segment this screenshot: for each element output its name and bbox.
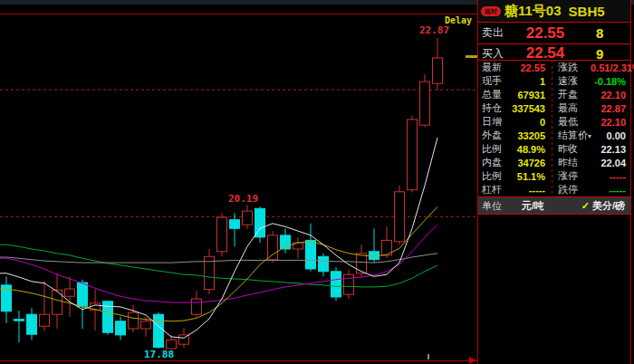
stat-value: 337543	[505, 103, 549, 114]
quote-panel: 延时 糖11号03 SBH5 卖出 22.55 8 买入 22.54 9 最新 …	[477, 0, 631, 364]
stat-label: 昨收	[554, 142, 591, 156]
stat-label: 跌停	[554, 183, 591, 196]
stat-label: 杠杆	[478, 183, 505, 196]
stat-label: 持仓	[478, 101, 505, 115]
chart-border-top	[0, 14, 479, 14]
stat-value: 33205	[505, 130, 549, 141]
highest-price-label: 22.87	[419, 25, 449, 35]
candlestick-svg	[0, 0, 479, 364]
contract-code: SBH5	[569, 4, 605, 19]
stat-row: 内盘 34726 昨结 22.04	[478, 156, 630, 169]
stat-row: 日增 0 最低 22.10	[478, 115, 630, 129]
stat-value: 1	[505, 76, 549, 87]
quote-panel-header: 延时 糖11号03 SBH5	[478, 0, 630, 22]
stat-label: 最低	[554, 115, 591, 129]
bid-label: 买入	[478, 46, 511, 62]
stat-row: 现手 1 速涨 -0.18%	[478, 74, 630, 88]
stat-label: 昨结	[554, 156, 591, 169]
stat-label: 比例	[478, 169, 505, 183]
ask-label: 卖出	[478, 25, 511, 41]
lowest-price-label: 17.88	[144, 350, 174, 359]
bid-row[interactable]: 买入 22.54 9	[478, 44, 630, 60]
stat-value: 34726	[505, 158, 549, 168]
stat-row: 最新 22.55 涨跌 0.51/2.31%	[478, 61, 630, 74]
stat-value: 22.04	[591, 158, 630, 168]
stat-label: 总量	[478, 88, 505, 101]
stat-row: 比例 51.1% 涨停 -----	[478, 169, 630, 183]
stat-row: 外盘 33205 结算价▾ 0.00	[478, 129, 630, 142]
stat-label: 结算价▾	[554, 129, 591, 142]
chart-border-bottom	[0, 360, 479, 361]
peak-price-label: 20.19	[228, 194, 258, 204]
stat-value: 22.87	[591, 103, 630, 114]
stat-value: -----	[591, 185, 630, 196]
stat-value: -0.18%	[591, 76, 630, 87]
stat-value: 22.10	[591, 117, 630, 128]
stats-grid: 最新 22.55 涨跌 0.51/2.31% 现手 1 速涨 -0.18% 总量…	[478, 61, 630, 196]
unit-row: 单位 元/吨 ✓ 美分/磅	[478, 197, 630, 214]
stat-value: 22.13	[591, 144, 630, 155]
stat-label: 开盘	[554, 88, 591, 101]
stat-row: 比例 48.9% 昨收 22.13	[478, 142, 630, 156]
stat-value: 22.10	[591, 90, 630, 101]
stat-value: 0.51/2.31%	[591, 62, 634, 73]
time-axis-tick	[427, 354, 429, 359]
instrument-title: 糖11号03	[504, 3, 562, 20]
unit-toggle[interactable]: ✓ 美分/磅	[581, 199, 630, 213]
bid-quantity: 9	[580, 46, 630, 62]
divider	[478, 214, 630, 215]
trading-app-window: Delay 22.87 20.19 17.88 延时 糖11号03 SBH5 卖…	[0, 0, 634, 364]
ask-row[interactable]: 卖出 22.55 8	[478, 23, 630, 43]
delayed-quote-badge: 延时	[481, 6, 501, 16]
stat-label: 内盘	[478, 156, 505, 169]
check-icon: ✓	[581, 200, 590, 212]
stats-column-divider	[552, 61, 552, 196]
stat-value: 0.00	[591, 130, 630, 141]
ask-price: 22.55	[511, 24, 580, 43]
ask-quantity: 8	[580, 25, 630, 41]
stat-label: 涨跌	[554, 61, 591, 74]
unit-value: 元/吨	[522, 199, 544, 213]
stat-value: 0	[505, 117, 549, 128]
unit-label: 单位	[478, 199, 502, 213]
stat-value: 67931	[505, 90, 549, 101]
stat-label: 比例	[478, 142, 505, 156]
stat-label: 最高	[554, 101, 591, 115]
last-price-marker	[466, 55, 477, 58]
stat-value: -----	[505, 185, 549, 196]
stat-value: -----	[591, 171, 630, 182]
stat-label: 外盘	[478, 129, 505, 142]
stat-row: 总量 67931 开盘 22.10	[478, 88, 630, 101]
scroll-right-arrow[interactable]	[469, 357, 476, 364]
alt-unit-label: 美分/磅	[592, 199, 625, 213]
stat-label: 最新	[478, 61, 505, 74]
stat-value: 22.55	[505, 62, 549, 73]
stat-row: 持仓 337543 最高 22.87	[478, 101, 630, 115]
stat-label: 速涨	[554, 74, 591, 88]
stat-value: 51.1%	[505, 171, 549, 182]
stat-label: 涨停	[554, 169, 591, 183]
stat-label: 日增	[478, 115, 505, 129]
chart-area[interactable]: Delay 22.87 20.19 17.88	[0, 0, 479, 364]
stat-row: 杠杆 ----- 跌停 -----	[478, 183, 630, 196]
stat-value: 48.9%	[505, 144, 549, 155]
stat-label: 现手	[478, 74, 505, 88]
